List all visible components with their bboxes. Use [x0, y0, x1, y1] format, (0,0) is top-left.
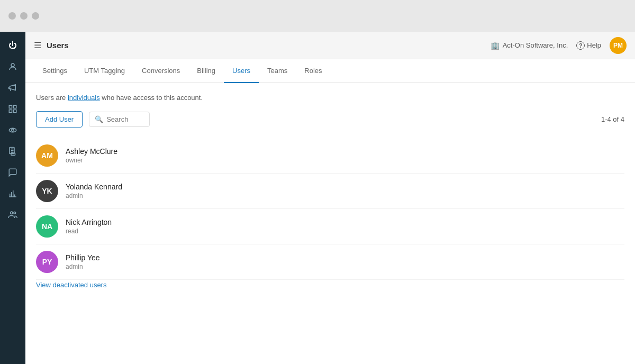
description-start: Users are: [36, 94, 68, 102]
user-avatar-pm[interactable]: PM: [610, 37, 627, 54]
help-label: Help: [587, 41, 601, 49]
sidebar-icon-power[interactable]: ⏻: [3, 36, 22, 55]
tab-settings[interactable]: Settings: [34, 59, 76, 83]
user-info-yolanda: Yolanda Kennard admin: [66, 183, 122, 199]
search-input[interactable]: [106, 115, 149, 123]
avatar-phillip: PY: [36, 251, 58, 273]
user-name-phillip: Phillip Yee: [66, 253, 100, 262]
sidebar-icon-people[interactable]: [3, 205, 22, 224]
tabs-bar: Settings UTM Tagging Conversions Billing…: [25, 59, 635, 83]
user-name-ashley: Ashley McClure: [66, 147, 117, 156]
sidebar-icon-chart[interactable]: [3, 184, 22, 203]
sidebar: ⏻: [0, 32, 25, 364]
tab-teams[interactable]: Teams: [259, 59, 296, 83]
user-info-phillip: Phillip Yee admin: [66, 253, 100, 270]
main-content: ☰ Users 🏢 Act-On Software, Inc. ? Help P…: [25, 32, 635, 364]
page-title: Users: [47, 41, 69, 50]
help-button[interactable]: ? Help: [576, 41, 601, 50]
company-info: 🏢 Act-On Software, Inc.: [491, 41, 568, 50]
description-end: who have access to this account.: [100, 94, 203, 102]
user-count: 1-4 of 4: [601, 115, 624, 123]
avatar-yolanda: YK: [36, 180, 58, 202]
user-list: AM Ashley McClure owner YK Yolanda Kenna…: [36, 138, 624, 280]
tab-conversions[interactable]: Conversions: [133, 59, 188, 83]
view-deactivated-link[interactable]: View deactivated users: [36, 281, 106, 289]
user-info-nick: Nick Arrington read: [66, 218, 112, 235]
titlebar-dot-3: [32, 12, 39, 20]
building-icon: 🏢: [491, 41, 500, 50]
svg-rect-3: [9, 110, 12, 113]
tab-users[interactable]: Users: [224, 59, 259, 83]
titlebar-dot-2: [20, 12, 28, 20]
sidebar-icon-contact[interactable]: [3, 57, 22, 76]
user-role-yolanda: admin: [66, 192, 122, 199]
tab-utm-tagging[interactable]: UTM Tagging: [76, 59, 133, 83]
user-item-yolanda[interactable]: YK Yolanda Kennard admin: [36, 174, 624, 209]
user-item-ashley[interactable]: AM Ashley McClure owner: [36, 138, 624, 174]
sidebar-icon-eye[interactable]: [3, 121, 22, 140]
tab-roles[interactable]: Roles: [296, 59, 330, 83]
topbar-left: ☰ Users: [34, 40, 69, 50]
user-item-phillip[interactable]: PY Phillip Yee admin: [36, 244, 624, 280]
topbar-right: 🏢 Act-On Software, Inc. ? Help PM: [491, 37, 627, 54]
svg-rect-1: [9, 105, 12, 108]
svg-point-9: [11, 212, 13, 214]
tab-billing[interactable]: Billing: [188, 59, 224, 83]
page-description: Users are individuals who have access to…: [36, 94, 624, 102]
user-name-yolanda: Yolanda Kennard: [66, 183, 122, 191]
topbar: ☰ Users 🏢 Act-On Software, Inc. ? Help P…: [25, 32, 635, 59]
user-role-phillip: admin: [66, 263, 100, 270]
description-link[interactable]: individuals: [68, 94, 100, 102]
user-role-ashley: owner: [66, 157, 117, 164]
user-item-nick[interactable]: NA Nick Arrington read: [36, 209, 624, 244]
sidebar-icon-document[interactable]: [3, 142, 22, 161]
company-name: Act-On Software, Inc.: [503, 41, 568, 49]
page-body: Users are individuals who have access to…: [25, 83, 635, 364]
svg-rect-2: [14, 105, 16, 108]
search-icon: 🔍: [95, 115, 103, 123]
sidebar-icon-grid[interactable]: [3, 99, 22, 119]
svg-point-6: [12, 129, 14, 132]
svg-point-10: [14, 212, 16, 214]
titlebar-dot-1: [8, 12, 16, 20]
search-box: 🔍: [89, 112, 150, 127]
sidebar-icon-megaphone[interactable]: [3, 78, 22, 97]
sidebar-icon-chat[interactable]: [3, 163, 22, 182]
hamburger-icon[interactable]: ☰: [34, 40, 41, 50]
app-layout: ⏻ ☰ Users: [0, 32, 635, 364]
user-name-nick: Nick Arrington: [66, 218, 112, 226]
actions-row: Add User 🔍 1-4 of 4: [36, 111, 624, 128]
question-circle-icon: ?: [576, 41, 585, 50]
svg-point-0: [11, 63, 14, 67]
svg-rect-4: [14, 110, 16, 113]
avatar-nick: NA: [36, 215, 58, 238]
titlebar: [0, 0, 635, 32]
user-info-ashley: Ashley McClure owner: [66, 147, 117, 164]
add-user-button[interactable]: Add User: [36, 111, 83, 128]
avatar-ashley: AM: [36, 144, 58, 167]
user-role-nick: read: [66, 228, 112, 235]
